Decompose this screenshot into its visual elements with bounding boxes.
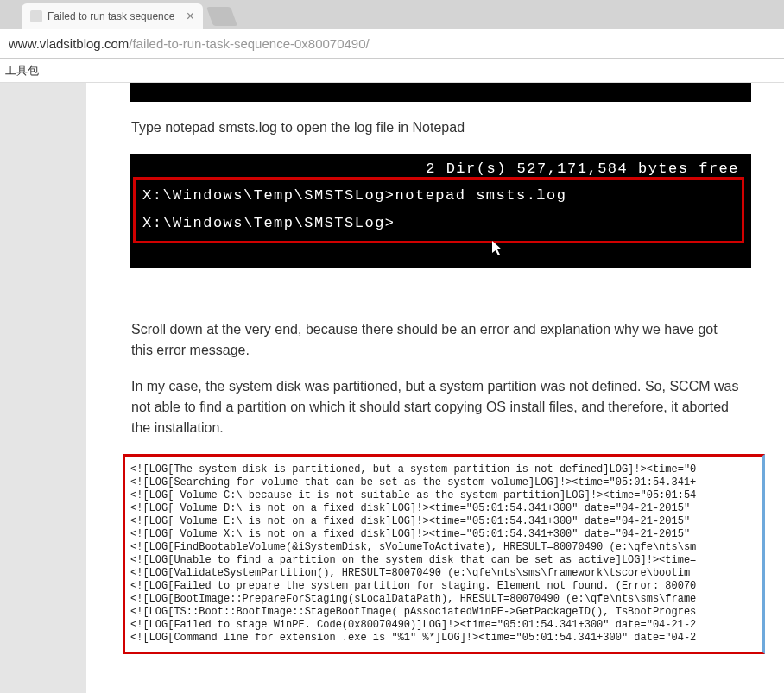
new-tab-button[interactable] <box>206 7 237 26</box>
log-line: <![LOG[The system disk is partitioned, b… <box>130 463 762 476</box>
article: Type notepad smsts.log to open the log f… <box>86 83 784 693</box>
log-line: <![LOG[ Volume E:\ is not on a fixed dis… <box>130 515 762 528</box>
toolbar-item[interactable]: 工具包 <box>5 63 39 79</box>
command-prompt-screenshot: 2 Dir(s) 527,171,584 bytes free X:\Windo… <box>130 154 751 268</box>
address-bar[interactable]: www.vladsitblog.com/failed-to-run-task-s… <box>0 29 784 59</box>
log-line: <![LOG[Failed to prepare the system part… <box>130 580 762 593</box>
paragraph: Scroll down at the very end, because the… <box>131 319 739 361</box>
log-line: <![LOG[Command line for extension .exe i… <box>130 632 762 645</box>
url-domain: www.vladsitblog.com <box>9 36 129 51</box>
tab-title: Failed to run task sequence <box>47 10 174 22</box>
highlight-box: X:\Windows\Temp\SMSTSLog>notepad smsts.l… <box>133 177 744 243</box>
close-icon[interactable]: × <box>187 9 194 24</box>
log-line: <![LOG[Searching for volume that can be … <box>130 476 762 489</box>
cmd-output-line: 2 Dir(s) 527,171,584 bytes free <box>130 161 751 177</box>
log-line: <![LOG[ Volume X:\ is not on a fixed dis… <box>130 528 762 541</box>
cmd-line: X:\Windows\Temp\SMSTSLog> <box>142 210 735 237</box>
paragraph: In my case, the system disk was partitio… <box>131 376 739 438</box>
page-background: Type notepad smsts.log to open the log f… <box>0 83 784 693</box>
bookmark-toolbar: 工具包 <box>0 59 784 83</box>
log-line: <![LOG[TS::Boot::BootImage::StageBootIma… <box>130 606 762 619</box>
paragraph: Type notepad smsts.log to open the log f… <box>131 117 739 138</box>
tab-bar: Failed to run task sequence × <box>0 0 784 29</box>
log-line: <![LOG[Unable to find a partition on the… <box>130 554 762 567</box>
cmd-line: X:\Windows\Temp\SMSTSLog>notepad smsts.l… <box>142 182 735 210</box>
log-line: <![LOG[FindBootableVolume(&iSystemDisk, … <box>130 541 762 554</box>
url-path: /failed-to-run-task-sequence-0x80070490/ <box>129 36 370 51</box>
image-strip <box>130 83 751 102</box>
cursor-icon <box>492 241 506 262</box>
log-line: <![LOG[ Volume C:\ because it is not sui… <box>130 489 762 502</box>
log-line: <![LOG[BootImage::PrepareForStaging(sLoc… <box>130 593 762 606</box>
log-line: <![LOG[Failed to stage WinPE. Code(0x800… <box>130 619 762 632</box>
log-line: <![LOG[ Volume D:\ is not on a fixed dis… <box>130 502 762 515</box>
page-icon <box>30 10 42 22</box>
log-screenshot: <![LOG[The system disk is partitioned, b… <box>123 454 765 654</box>
browser-tab[interactable]: Failed to run task sequence × <box>22 3 203 29</box>
log-line: <![LOG[ValidateSystemPartition(), HRESUL… <box>130 567 762 580</box>
